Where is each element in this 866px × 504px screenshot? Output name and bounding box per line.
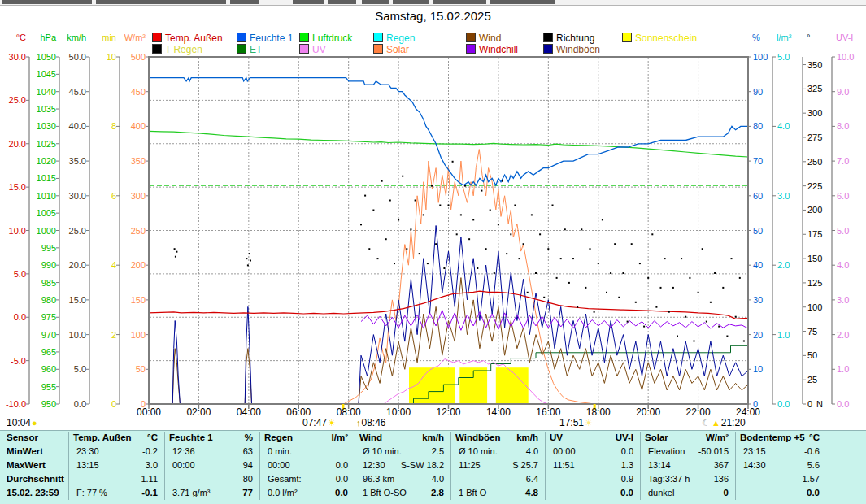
richtung-dot (726, 336, 728, 337)
richtung-dot (710, 302, 712, 303)
richtung-dot (423, 214, 424, 215)
richtung-dot (415, 200, 416, 202)
table-cell-value: 0.0 (565, 488, 633, 498)
richtung-dot (464, 185, 466, 187)
richtung-dot (494, 272, 495, 274)
weather-chart-svg (0, 0, 866, 504)
richtung-dot (664, 258, 666, 259)
astro-time-label: 21:20 (721, 417, 746, 428)
richtung-dot (718, 326, 720, 328)
richtung-dot (452, 161, 454, 163)
richtung-dot (174, 248, 176, 250)
table-cell-value: 80 (185, 474, 253, 484)
richtung-dot (685, 316, 686, 318)
table-col-unit: °C (109, 432, 158, 443)
table-bottom-border (0, 502, 866, 502)
richtung-dot (531, 214, 533, 215)
table-row-label: MaxWert (7, 460, 46, 471)
table-cell-value: 136 (660, 474, 729, 484)
table-separator (355, 432, 355, 500)
table-cell: 0 min. (268, 446, 292, 457)
richtung-dot (360, 224, 362, 225)
richtung-dot (246, 258, 247, 259)
richtung-dot (490, 210, 491, 211)
richtung-dot (502, 180, 503, 182)
richtung-dot (568, 282, 570, 284)
richtung-dot (668, 311, 670, 313)
richtung-dot (389, 200, 391, 202)
richtung-dot (398, 219, 399, 220)
richtung-dot (460, 214, 462, 215)
table-cell-value: S 25.7 (470, 460, 538, 471)
richtung-dot (481, 190, 482, 192)
richtung-dot (519, 258, 520, 259)
richtung-dot (577, 306, 578, 308)
richtung-dot (560, 258, 562, 259)
table-row-label: MinWert (7, 446, 43, 457)
richtung-dot (714, 272, 716, 274)
table-cell-value: 3.0 (89, 460, 158, 471)
richtung-dot (377, 258, 379, 259)
table-cell-value: -0.1 (89, 488, 158, 498)
table-cell-value: 4.0 (470, 446, 538, 457)
richtung-dot (439, 205, 441, 206)
x-tick-label: 18:00 (579, 407, 618, 418)
table-cell-value: 94 (185, 460, 253, 471)
richtung-dot (175, 256, 176, 258)
table-row-label: Sensor (7, 432, 38, 443)
richtung-dot (431, 185, 433, 187)
table-col-unit: km/h (395, 432, 444, 443)
table-cell-value: S-SW 18.2 (376, 460, 444, 471)
table-cell-value: 77 (185, 488, 253, 498)
richtung-dot (514, 205, 516, 206)
richtung-dot (364, 195, 366, 197)
richtung-dot (472, 219, 474, 220)
richtung-dot (535, 272, 537, 274)
richtung-dot (639, 263, 641, 264)
x-tick-label: 22:00 (679, 407, 718, 418)
richtung-dot (702, 248, 703, 250)
richtung-dot (739, 277, 741, 279)
richtung-dot (523, 243, 524, 245)
richtung-dot (427, 263, 429, 264)
moonrise-icon: ☾ (701, 418, 711, 428)
twilight-end-icon: ↑ (355, 418, 362, 428)
x-tick-label: 02:00 (179, 407, 218, 418)
richtung-dot (527, 292, 529, 293)
richtung-dot (247, 264, 249, 266)
table-cell-value: 0.0 (565, 446, 633, 457)
table-row-label: Durchschnitt (7, 474, 64, 484)
richtung-dot (372, 210, 374, 211)
richtung-dot (250, 260, 251, 262)
richtung-dot (498, 224, 499, 225)
richtung-dot (698, 292, 699, 293)
table-cell-value: 0 (660, 488, 729, 498)
table-col-unit: UV-I (585, 432, 633, 443)
richtung-dot (443, 267, 445, 269)
sunset-icon: ☀ (584, 418, 594, 428)
richtung-dot (694, 341, 695, 342)
astro-time-label: 08:46 (362, 417, 386, 428)
richtung-dot (660, 287, 662, 289)
richtung-dot (572, 258, 574, 259)
astro-marker: ↑08:46 (355, 418, 386, 428)
x-tick-label: 04:00 (229, 407, 268, 418)
table-cell-value: 0.9 (565, 474, 633, 484)
richtung-dot (614, 243, 616, 245)
table-col-unit: l/m² (299, 432, 348, 443)
weather-app-window: Samstag, 15.02.2025 Temp. AußenFeuchte 1… (0, 0, 866, 504)
richtung-dot (610, 272, 611, 274)
table-cell-value: 5.6 (751, 460, 820, 471)
richtung-dot (552, 205, 554, 206)
richtung-dot (590, 248, 591, 250)
table-separator (640, 432, 641, 500)
richtung-dot (547, 248, 549, 250)
table-cell-value: 2.5 (376, 446, 444, 457)
x-tick-label: 00:00 (129, 407, 168, 418)
table-cell-value: -50.015 (660, 446, 729, 457)
table-cell-value: 0.0 (280, 488, 348, 498)
richtung-dot (606, 292, 607, 293)
richtung-dot (385, 238, 387, 240)
richtung-dot (435, 243, 437, 245)
astro-time-label: 07:47 (302, 417, 327, 428)
